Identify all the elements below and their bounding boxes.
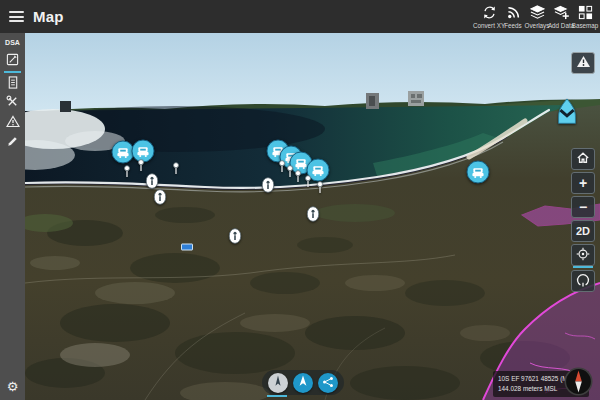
home-button[interactable] <box>571 148 595 170</box>
sidebar-tool-tools[interactable] <box>0 95 25 111</box>
overlays-button[interactable]: Overlays <box>525 3 549 30</box>
compass-reset-icon <box>576 273 590 290</box>
pin-marker[interactable] <box>316 180 325 198</box>
gear-icon: ⚙ <box>7 379 19 394</box>
compass-rose[interactable] <box>564 367 593 396</box>
sidebar-tool-hazard[interactable] <box>0 115 25 131</box>
tools-icon <box>6 94 19 112</box>
hazard-icon <box>6 114 20 132</box>
pill-active-underline <box>267 395 287 397</box>
locate-icon <box>576 247 590 264</box>
tool-label: Overlays <box>525 22 550 29</box>
pin-marker[interactable] <box>123 164 132 182</box>
tool-label: Basemap <box>572 22 599 29</box>
locate-button[interactable] <box>571 244 595 266</box>
convert-xy-icon <box>482 5 497 20</box>
home-icon <box>576 151 590 167</box>
beacon-marker[interactable] <box>556 98 579 132</box>
mode-2d-button[interactable]: 2D <box>571 220 595 242</box>
share-location-button[interactable] <box>318 373 338 393</box>
locate-active-underline <box>573 266 593 268</box>
zoom-in-button[interactable]: + <box>571 172 595 194</box>
sidebar-tool-report[interactable] <box>0 76 25 92</box>
tool-label: Feeds <box>504 22 522 29</box>
vehicle-dot[interactable] <box>181 244 193 251</box>
sidebar-tool-draw[interactable] <box>0 135 25 151</box>
top-bar: Map Convert XY Feeds <box>0 0 600 33</box>
convert-xy-button[interactable]: Convert XY <box>477 3 501 30</box>
plus-icon: + <box>579 176 587 190</box>
poi-marker[interactable] <box>229 228 242 248</box>
overlays-icon <box>530 5 545 20</box>
draw-icon <box>6 134 19 152</box>
reset-orientation-button[interactable] <box>571 270 595 292</box>
minus-icon: − <box>579 200 587 214</box>
map-application: Map Convert XY Feeds <box>0 0 600 400</box>
pin-marker[interactable] <box>304 174 313 192</box>
pin-marker[interactable] <box>294 169 303 187</box>
add-data-icon <box>554 5 569 20</box>
mode-2d-label: 2D <box>576 225 590 237</box>
share-icon <box>322 374 334 392</box>
orientation-pill <box>262 370 344 395</box>
hamburger-icon[interactable] <box>9 11 24 22</box>
compass-needle-icon <box>272 374 284 392</box>
sidebar-tool-map-edit[interactable] <box>0 53 25 69</box>
poi-marker[interactable] <box>307 206 320 226</box>
add-data-button[interactable]: Add Data <box>549 3 573 30</box>
left-sidebar: DSA <box>0 33 25 400</box>
report-icon <box>7 75 19 93</box>
feeds-icon <box>506 5 521 20</box>
zoom-out-button[interactable]: − <box>571 196 595 218</box>
page-title: Map <box>33 8 64 25</box>
pin-marker[interactable] <box>172 161 181 179</box>
tool-label: Add Data <box>548 22 574 29</box>
map-edit-icon <box>6 52 19 70</box>
navigation-arrow-icon <box>297 374 309 392</box>
sidebar-settings-button[interactable]: ⚙ <box>0 378 25 394</box>
unit-marker[interactable] <box>467 161 490 184</box>
navigation-mode-button[interactable] <box>293 373 313 393</box>
pin-marker[interactable] <box>137 158 146 176</box>
marker-layer <box>25 33 600 400</box>
active-tool-underline <box>4 71 21 73</box>
basemap-button[interactable]: Basemap <box>573 3 597 30</box>
alerts-button[interactable] <box>571 52 595 74</box>
compass-mode-button[interactable] <box>268 373 288 393</box>
poi-marker[interactable] <box>154 189 167 209</box>
warning-icon <box>576 55 591 71</box>
sidebar-group-label: DSA <box>0 39 25 46</box>
map-viewport: + − 2D <box>25 33 600 400</box>
poi-marker[interactable] <box>262 177 275 197</box>
top-toolbar: Convert XY Feeds Overlays <box>477 3 600 30</box>
basemap-icon <box>578 5 593 20</box>
feeds-button[interactable]: Feeds <box>501 3 525 30</box>
